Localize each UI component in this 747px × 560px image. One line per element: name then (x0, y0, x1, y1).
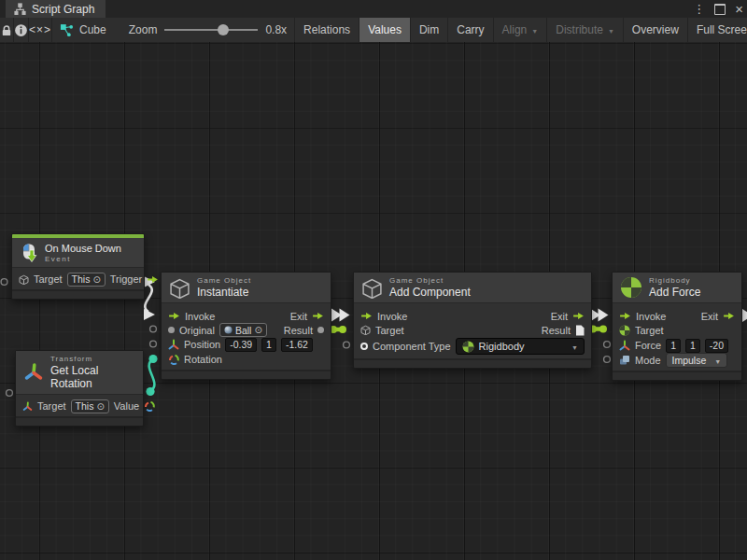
value-port-icon[interactable] (168, 327, 175, 333)
position-y-input[interactable]: 1 (261, 338, 276, 352)
breadcrumb[interactable]: Cube (52, 18, 116, 42)
node-footer (354, 358, 591, 368)
node-add-force[interactable]: Rigidbody Add Force Invoke Exit (612, 272, 742, 381)
flow-arrow-icon[interactable] (723, 312, 735, 320)
port-label: Original (179, 325, 215, 336)
toolbar-button-overview[interactable]: Overview (624, 18, 688, 42)
node-footer (613, 371, 741, 380)
zoom-slider-handle[interactable] (218, 24, 229, 35)
flow-arrow-icon[interactable] (619, 312, 631, 320)
graph-icon (13, 2, 27, 16)
target-value-chip[interactable]: This ⊙ (67, 273, 106, 287)
lock-button[interactable] (0, 18, 14, 42)
force-x-input[interactable]: 1 (666, 339, 681, 353)
flow-arrow-icon[interactable] (572, 312, 585, 320)
port-label: Invoke (636, 311, 666, 322)
game-object-icon (19, 274, 29, 285)
node-title: Instantiate (197, 286, 251, 299)
port-label: Invoke (185, 311, 215, 322)
object-picker-icon[interactable]: ⊙ (92, 274, 100, 285)
position-z-input[interactable]: -1.62 (281, 338, 313, 352)
node-footer (12, 289, 144, 299)
toolbar-button-distribute[interactable]: Distribute ▼ (547, 18, 624, 42)
rigidbody-icon (462, 341, 474, 353)
info-icon (14, 23, 28, 37)
object-picker-icon[interactable]: ⊙ (96, 401, 104, 412)
maximize-icon[interactable] (714, 4, 726, 15)
zoom-slider-track (164, 29, 258, 31)
node-title: Add Component (389, 286, 471, 299)
node-group: Rigidbody (649, 276, 700, 285)
zoom-slider[interactable] (164, 23, 258, 36)
toolbar: <×> Cube Zoom 0.8x Relations Values Dim … (0, 18, 747, 43)
toolbar-button-relations[interactable]: Relations (295, 18, 359, 42)
port-label: Target (375, 325, 404, 336)
titlebar: Script Graph ⋮ × (0, 0, 747, 19)
port-label: Exit (551, 311, 568, 322)
node-add-component[interactable]: Game Object Add Component Invoke Exit (353, 272, 592, 369)
chevron-down-icon: ▼ (571, 344, 578, 351)
flow-arrow-icon[interactable] (312, 312, 324, 320)
toolbar-button-dim[interactable]: Dim (411, 18, 448, 42)
info-button[interactable] (14, 18, 29, 42)
position-x-input[interactable]: -0.39 (225, 338, 257, 352)
transform-icon (23, 362, 44, 383)
chevron-down-icon: ▼ (531, 28, 538, 35)
breadcrumb-label: Cube (79, 23, 106, 36)
node-footer (162, 370, 331, 379)
rotation-icon[interactable] (144, 400, 155, 412)
force-z-input[interactable]: -20 (705, 339, 728, 353)
port-label: Result (542, 325, 571, 336)
node-footer (16, 416, 143, 426)
tab-label: Script Graph (32, 3, 94, 16)
force-mode-dropdown[interactable]: Impulse ▼ (666, 353, 728, 368)
chevron-down-icon: ▼ (608, 28, 614, 35)
component-type-dropdown[interactable]: Rigidbody ▼ (456, 338, 585, 355)
port-label: Target (34, 273, 63, 285)
enum-icon (619, 355, 630, 366)
mouse-down-icon (20, 243, 38, 263)
game-object-icon[interactable] (360, 325, 371, 335)
port-label: Invoke (377, 311, 407, 322)
original-value-chip[interactable]: Ball ⊙ (219, 323, 267, 337)
node-instantiate[interactable]: Game Object Instantiate Invoke Exit O (161, 272, 331, 380)
port-label: Target (37, 400, 66, 412)
node-get-local-rotation[interactable]: Transform Get Local Rotation Target This… (15, 350, 144, 427)
toolbar-button-fullscreen[interactable]: Full Screen (688, 18, 747, 42)
component-result-icon[interactable] (575, 325, 585, 336)
port-label: Force (635, 340, 661, 351)
object-picker-icon[interactable]: ⊙ (254, 325, 261, 335)
ball-icon (224, 326, 233, 334)
flow-arrow-icon[interactable] (168, 312, 180, 320)
script-graph-asset-icon (60, 23, 74, 37)
port-label: Exit (290, 311, 307, 322)
toolbar-button-carry[interactable]: Carry (448, 18, 493, 42)
node-title: Add Force (649, 286, 700, 299)
port-label: Result (284, 325, 313, 336)
node-group: Game Object (389, 276, 471, 285)
force-y-input[interactable]: 1 (685, 339, 700, 353)
transform-icon[interactable] (22, 401, 33, 412)
window-controls: ⋮ × (693, 0, 743, 18)
tab-script-graph[interactable]: Script Graph (6, 0, 106, 18)
flow-arrow-icon[interactable] (360, 312, 373, 320)
zoom-label: Zoom (129, 23, 158, 36)
target-value-chip[interactable]: This ⊙ (71, 399, 109, 413)
flow-arrow-icon[interactable] (147, 275, 159, 284)
port-label: Position (184, 339, 220, 350)
close-icon[interactable]: × (735, 0, 743, 18)
port-label: Component Type (373, 341, 451, 352)
type-port-icon[interactable] (360, 343, 368, 350)
node-title: Get Local Rotation (50, 364, 135, 390)
rotation-icon (168, 354, 179, 365)
node-group: Game Object (197, 276, 251, 285)
node-title: On Mouse Down (45, 243, 121, 254)
rigidbody-icon[interactable] (619, 325, 630, 336)
value-port-icon[interactable] (317, 327, 324, 333)
node-on-mouse-down[interactable]: On Mouse Down Event Target This ⊙ Trigge… (11, 233, 145, 300)
lock-icon (0, 23, 13, 37)
toolbar-button-values[interactable]: Values (359, 18, 411, 42)
toolbar-button-align[interactable]: Align ▼ (494, 18, 548, 42)
code-view-button[interactable]: <×> (29, 18, 52, 42)
window-menu-icon[interactable]: ⋮ (693, 0, 705, 18)
